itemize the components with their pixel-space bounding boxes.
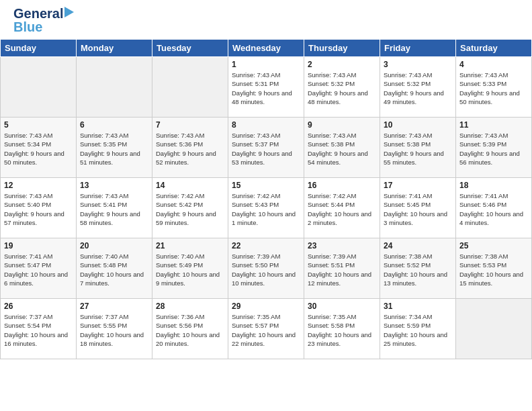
day-info: Sunrise: 7:41 AMSunset: 5:46 PMDaylight:… [459, 191, 528, 227]
logo-container: General Blue [13, 7, 74, 34]
day-info: Sunrise: 7:37 AMSunset: 5:54 PMDaylight:… [4, 312, 73, 348]
weekday-header-sunday: Sunday [1, 40, 77, 57]
calendar-cell: 1Sunrise: 7:43 AMSunset: 5:31 PMDaylight… [228, 57, 304, 118]
day-number: 17 [384, 181, 452, 190]
weekday-header-wednesday: Wednesday [228, 40, 304, 57]
day-number: 3 [384, 60, 452, 69]
day-number: 22 [232, 241, 300, 250]
logo: General Blue [13, 7, 74, 34]
day-number: 16 [308, 181, 376, 190]
day-number: 21 [156, 241, 224, 250]
day-info: Sunrise: 7:43 AMSunset: 5:36 PMDaylight:… [156, 131, 224, 167]
weekday-header-monday: Monday [77, 40, 152, 57]
day-info: Sunrise: 7:43 AMSunset: 5:38 PMDaylight:… [308, 131, 376, 167]
day-number: 9 [308, 120, 376, 130]
calendar-cell: 7Sunrise: 7:43 AMSunset: 5:36 PMDaylight… [152, 118, 228, 178]
calendar-cell [1, 57, 77, 118]
logo-arrow-icon [64, 7, 74, 17]
day-number: 24 [384, 241, 452, 250]
calendar-cell [456, 299, 532, 359]
day-info: Sunrise: 7:40 AMSunset: 5:49 PMDaylight:… [156, 252, 224, 287]
day-info: Sunrise: 7:42 AMSunset: 5:44 PMDaylight:… [308, 191, 376, 227]
calendar-cell: 13Sunrise: 7:43 AMSunset: 5:41 PMDayligh… [77, 178, 152, 238]
day-number: 19 [4, 241, 73, 250]
day-number: 26 [4, 302, 73, 311]
logo-blue: Blue [13, 20, 42, 34]
calendar-cell: 27Sunrise: 7:37 AMSunset: 5:55 PMDayligh… [77, 299, 152, 359]
calendar-week-1: 1Sunrise: 7:43 AMSunset: 5:31 PMDaylight… [1, 57, 532, 118]
day-number: 27 [80, 302, 148, 311]
day-info: Sunrise: 7:43 AMSunset: 5:31 PMDaylight:… [232, 71, 300, 106]
day-number: 13 [80, 181, 148, 190]
calendar-cell: 4Sunrise: 7:43 AMSunset: 5:33 PMDaylight… [456, 57, 532, 118]
day-info: Sunrise: 7:43 AMSunset: 5:41 PMDaylight:… [80, 191, 148, 227]
weekday-header-tuesday: Tuesday [152, 40, 228, 57]
day-info: Sunrise: 7:43 AMSunset: 5:33 PMDaylight:… [459, 71, 528, 106]
calendar-week-4: 19Sunrise: 7:41 AMSunset: 5:47 PMDayligh… [1, 238, 532, 299]
day-info: Sunrise: 7:39 AMSunset: 5:50 PMDaylight:… [232, 252, 300, 287]
calendar-cell: 30Sunrise: 7:35 AMSunset: 5:58 PMDayligh… [304, 299, 380, 359]
day-info: Sunrise: 7:42 AMSunset: 5:43 PMDaylight:… [232, 191, 300, 227]
day-number: 31 [384, 302, 452, 311]
calendar-cell: 28Sunrise: 7:36 AMSunset: 5:56 PMDayligh… [152, 299, 228, 359]
calendar-cell: 22Sunrise: 7:39 AMSunset: 5:50 PMDayligh… [228, 238, 304, 299]
calendar-cell: 20Sunrise: 7:40 AMSunset: 5:48 PMDayligh… [77, 238, 152, 299]
day-number: 29 [232, 302, 300, 311]
calendar-cell: 17Sunrise: 7:41 AMSunset: 5:45 PMDayligh… [380, 178, 456, 238]
calendar-cell: 8Sunrise: 7:43 AMSunset: 5:37 PMDaylight… [228, 118, 304, 178]
calendar-cell: 26Sunrise: 7:37 AMSunset: 5:54 PMDayligh… [1, 299, 77, 359]
calendar-cell: 12Sunrise: 7:43 AMSunset: 5:40 PMDayligh… [1, 178, 77, 238]
day-info: Sunrise: 7:35 AMSunset: 5:58 PMDaylight:… [308, 312, 376, 348]
logo-general: General [13, 7, 63, 20]
calendar-cell [77, 57, 152, 118]
calendar-week-5: 26Sunrise: 7:37 AMSunset: 5:54 PMDayligh… [1, 299, 532, 359]
weekday-header-saturday: Saturday [456, 40, 532, 57]
day-info: Sunrise: 7:34 AMSunset: 5:59 PMDaylight:… [384, 312, 452, 348]
calendar-cell: 2Sunrise: 7:43 AMSunset: 5:32 PMDaylight… [304, 57, 380, 118]
calendar-cell: 5Sunrise: 7:43 AMSunset: 5:34 PMDaylight… [1, 118, 77, 178]
calendar-cell: 10Sunrise: 7:43 AMSunset: 5:38 PMDayligh… [380, 118, 456, 178]
day-info: Sunrise: 7:43 AMSunset: 5:40 PMDaylight:… [4, 191, 73, 227]
day-info: Sunrise: 7:36 AMSunset: 5:56 PMDaylight:… [156, 312, 224, 348]
day-number: 6 [80, 120, 148, 130]
day-number: 20 [80, 241, 148, 250]
calendar-cell: 25Sunrise: 7:38 AMSunset: 5:53 PMDayligh… [456, 238, 532, 299]
day-info: Sunrise: 7:43 AMSunset: 5:39 PMDaylight:… [459, 131, 528, 167]
calendar-cell: 9Sunrise: 7:43 AMSunset: 5:38 PMDaylight… [304, 118, 380, 178]
day-info: Sunrise: 7:39 AMSunset: 5:51 PMDaylight:… [308, 252, 376, 287]
day-number: 14 [156, 181, 224, 190]
calendar-week-2: 5Sunrise: 7:43 AMSunset: 5:34 PMDaylight… [1, 118, 532, 178]
header: General Blue [0, 0, 532, 39]
calendar-header-row: SundayMondayTuesdayWednesdayThursdayFrid… [1, 40, 532, 57]
calendar-cell: 15Sunrise: 7:42 AMSunset: 5:43 PMDayligh… [228, 178, 304, 238]
day-info: Sunrise: 7:40 AMSunset: 5:48 PMDaylight:… [80, 252, 148, 287]
day-info: Sunrise: 7:42 AMSunset: 5:42 PMDaylight:… [156, 191, 224, 227]
day-number: 18 [459, 181, 528, 190]
calendar-cell: 23Sunrise: 7:39 AMSunset: 5:51 PMDayligh… [304, 238, 380, 299]
calendar-cell: 24Sunrise: 7:38 AMSunset: 5:52 PMDayligh… [380, 238, 456, 299]
day-info: Sunrise: 7:41 AMSunset: 5:45 PMDaylight:… [384, 191, 452, 227]
day-number: 8 [232, 120, 300, 130]
day-info: Sunrise: 7:43 AMSunset: 5:35 PMDaylight:… [80, 131, 148, 167]
calendar-cell: 11Sunrise: 7:43 AMSunset: 5:39 PMDayligh… [456, 118, 532, 178]
calendar-cell: 18Sunrise: 7:41 AMSunset: 5:46 PMDayligh… [456, 178, 532, 238]
day-number: 4 [459, 60, 528, 69]
day-number: 10 [384, 120, 452, 130]
calendar-cell: 14Sunrise: 7:42 AMSunset: 5:42 PMDayligh… [152, 178, 228, 238]
day-number: 28 [156, 302, 224, 311]
page-container: General Blue SundayMondayTuesdayWednesda… [0, 0, 532, 411]
calendar-cell: 6Sunrise: 7:43 AMSunset: 5:35 PMDaylight… [77, 118, 152, 178]
day-number: 12 [4, 181, 73, 190]
day-number: 15 [232, 181, 300, 190]
calendar-cell [152, 57, 228, 118]
day-number: 23 [308, 241, 376, 250]
day-info: Sunrise: 7:43 AMSunset: 5:38 PMDaylight:… [384, 131, 452, 167]
calendar-week-3: 12Sunrise: 7:43 AMSunset: 5:40 PMDayligh… [1, 178, 532, 238]
day-info: Sunrise: 7:38 AMSunset: 5:52 PMDaylight:… [384, 252, 452, 287]
day-info: Sunrise: 7:37 AMSunset: 5:55 PMDaylight:… [80, 312, 148, 348]
day-number: 1 [232, 60, 300, 69]
day-number: 2 [308, 60, 376, 69]
calendar-cell: 21Sunrise: 7:40 AMSunset: 5:49 PMDayligh… [152, 238, 228, 299]
day-info: Sunrise: 7:43 AMSunset: 5:37 PMDaylight:… [232, 131, 300, 167]
calendar-table: SundayMondayTuesdayWednesdayThursdayFrid… [0, 39, 532, 359]
